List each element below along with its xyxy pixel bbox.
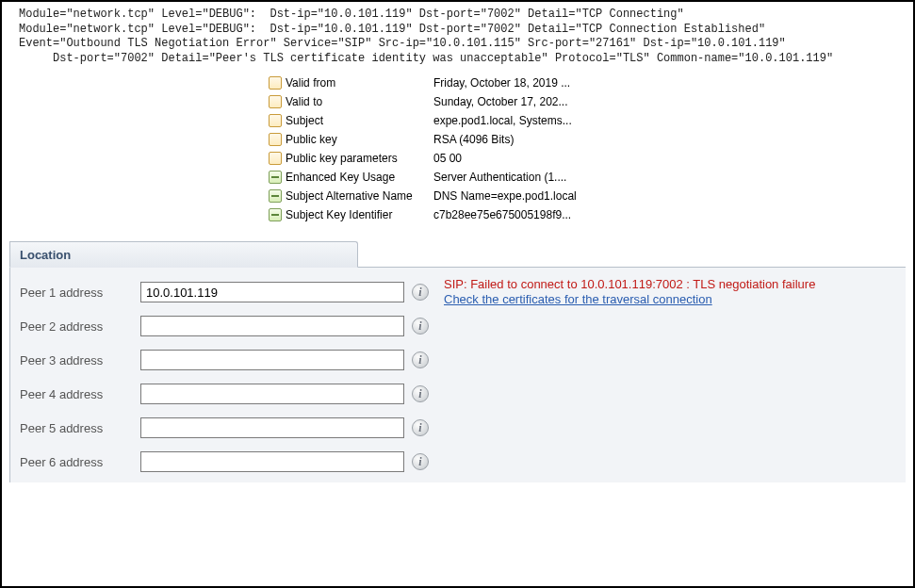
peer-row-1: Peer 1 address i SIP: Failed to connect …	[20, 275, 896, 309]
peer-4-address-input[interactable]	[140, 384, 404, 404]
extension-icon	[269, 189, 282, 203]
info-icon[interactable]: i	[412, 284, 429, 301]
peer-2-address-input[interactable]	[140, 316, 404, 336]
peer-5-label: Peer 5 address	[20, 421, 133, 435]
debug-log: Module="network.tcp" Level="DEBUG": Dst-…	[19, 8, 906, 66]
certificate-details: Valid from Friday, October 18, 2019 ... …	[269, 74, 906, 224]
peer-1-label: Peer 1 address	[20, 286, 133, 300]
error-text: SIP: Failed to connect to 10.0.101.119:7…	[444, 277, 815, 292]
peer-1-address-input[interactable]	[140, 282, 404, 302]
cert-row: Public key RSA (4096 Bits)	[269, 130, 906, 149]
info-icon[interactable]: i	[412, 351, 429, 368]
cert-field-name: Public key	[286, 133, 337, 146]
cert-field-name: Public key parameters	[286, 152, 398, 165]
property-icon	[269, 114, 282, 127]
info-icon[interactable]: i	[412, 318, 429, 335]
cert-row: Enhanced Key Usage Server Authentication…	[269, 168, 906, 187]
cert-row: Valid from Friday, October 18, 2019 ...	[269, 74, 906, 92]
extension-icon	[269, 171, 282, 184]
peer-row-6: Peer 6 address i	[20, 445, 896, 479]
property-icon	[269, 133, 282, 146]
cert-field-value: c7b28ee75e675005198f9...	[433, 208, 906, 221]
cert-field-name: Subject Key Identifier	[286, 208, 392, 221]
peer-6-label: Peer 6 address	[20, 455, 133, 469]
location-section: Location Peer 1 address i SIP: Failed to…	[9, 241, 906, 482]
property-icon	[269, 95, 282, 108]
cert-row: Subject Key Identifier c7b28ee75e6750051…	[269, 205, 906, 224]
peer-3-address-input[interactable]	[140, 350, 404, 370]
cert-row: Subject expe.pod1.local, Systems...	[269, 111, 906, 130]
section-tab-bar: Location	[9, 241, 906, 268]
peer-row-4: Peer 4 address i	[20, 377, 896, 411]
peer-6-address-input[interactable]	[140, 451, 404, 472]
peer-5-address-input[interactable]	[140, 417, 404, 438]
info-icon[interactable]: i	[412, 419, 429, 436]
cert-row: Subject Alternative Name DNS Name=expe.p…	[269, 187, 906, 205]
cert-field-value: expe.pod1.local, Systems...	[433, 114, 906, 127]
app-frame: Module="network.tcp" Level="DEBUG": Dst-…	[0, 0, 915, 588]
section-body: Peer 1 address i SIP: Failed to connect …	[9, 268, 906, 482]
cert-field-name: Subject Alternative Name	[286, 189, 413, 203]
extension-icon	[269, 208, 282, 221]
cert-row: Public key parameters 05 00	[269, 149, 906, 168]
cert-field-value: Friday, October 18, 2019 ...	[433, 76, 906, 90]
cert-field-value: 05 00	[433, 152, 906, 165]
cert-field-name: Valid to	[286, 95, 322, 108]
section-tab-location[interactable]: Location	[9, 241, 358, 268]
cert-field-value: Sunday, October 17, 202...	[433, 95, 906, 108]
peer-1-error: SIP: Failed to connect to 10.0.101.119:7…	[444, 277, 815, 308]
info-icon[interactable]: i	[412, 385, 429, 402]
peer-row-2: Peer 2 address i	[20, 309, 896, 343]
cert-field-name: Subject	[286, 114, 323, 127]
peer-4-label: Peer 4 address	[20, 387, 133, 401]
log-line: Dst-port="7002" Detail="Peer's TLS certi…	[19, 52, 833, 65]
property-icon	[269, 76, 282, 90]
section-title: Location	[20, 248, 71, 262]
cert-field-value: DNS Name=expe.pod1.local	[433, 189, 906, 203]
cert-field-value: Server Authentication (1....	[433, 171, 906, 184]
cert-field-name: Enhanced Key Usage	[286, 171, 395, 184]
peer-2-label: Peer 2 address	[20, 319, 133, 334]
log-line: Module="network.tcp" Level="DEBUG": Dst-…	[19, 8, 684, 21]
error-help-link[interactable]: Check the certificates for the traversal…	[444, 292, 712, 306]
log-line: Event="Outbound TLS Negotiation Error" S…	[19, 37, 786, 50]
cert-field-value: RSA (4096 Bits)	[433, 133, 906, 146]
info-icon[interactable]: i	[412, 453, 429, 470]
property-icon	[269, 152, 282, 165]
cert-field-name: Valid from	[286, 76, 335, 90]
peer-row-5: Peer 5 address i	[20, 411, 896, 445]
peer-3-label: Peer 3 address	[20, 353, 133, 368]
peer-row-3: Peer 3 address i	[20, 343, 896, 377]
log-line: Module="network.tcp" Level="DEBUG": Dst-…	[19, 23, 765, 36]
cert-row: Valid to Sunday, October 17, 202...	[269, 92, 906, 111]
